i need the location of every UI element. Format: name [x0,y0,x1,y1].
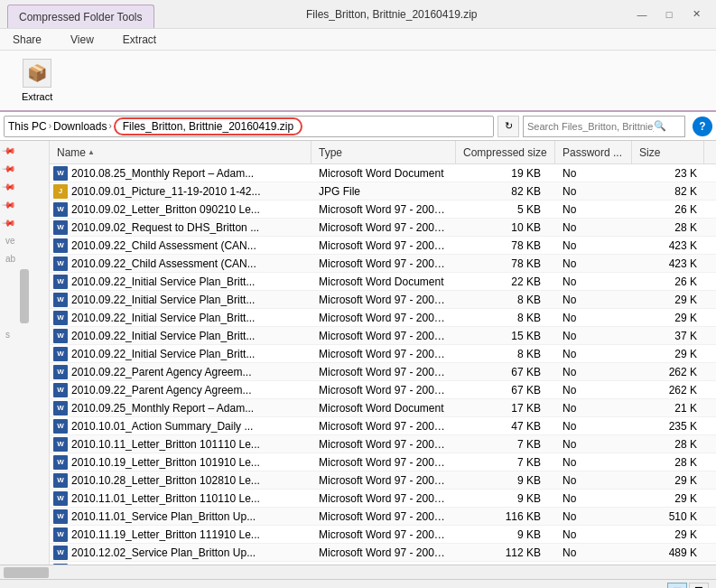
file-name-cell: W 2010.08.25_Monthly Report – Adam... [50,166,312,181]
list-view-button[interactable]: ☰ [689,583,709,589]
file-icon: W [53,419,68,434]
file-name-text: 2010.09.22_Parent Agency Agreem... [71,384,251,397]
col-size-header[interactable]: Size [632,141,704,163]
table-row[interactable]: W 2010.09.22_Initial Service Plan_Britt.… [50,327,716,345]
file-type-cell: Microsoft Word 97 - 2003 ... [312,474,456,487]
file-size-cell: 29 K [632,474,704,487]
col-name-header[interactable]: Name ▲ [50,141,312,163]
file-type-cell: Microsoft Word Document [312,275,456,288]
file-password-cell: No [555,366,632,378]
table-row[interactable]: W 2010.09.22_Initial Service Plan_Britt.… [50,291,716,309]
table-row[interactable]: W 2010.09.22_Child Assessment (CAN... Mi… [50,237,716,255]
file-type-cell: Microsoft Word Document [312,402,456,415]
sidebar-item-5: 📌 [0,213,49,231]
file-size-cell: 21 K [632,402,704,415]
table-row[interactable]: W 2010.10.11_Letter_Britton 101110 Le...… [50,435,716,453]
breadcrumb-current-path[interactable]: Files_Britton, Brittnie_20160419.zip [114,117,302,135]
file-list[interactable]: Name ▲ Type Compressed size Password ...… [50,141,716,565]
breadcrumb[interactable]: This PC › Downloads › Files_Britton, Bri… [4,116,494,137]
horizontal-scrollbar[interactable] [0,565,716,579]
help-button[interactable]: ? [693,117,712,136]
search-input[interactable] [527,121,654,132]
table-row[interactable]: W 2010.10.19_Letter_Britton 101910 Le...… [50,453,716,471]
file-compressed-size-cell: 82 KB [456,185,555,198]
sidebar-scrollbar-thumb[interactable] [20,269,29,323]
file-icon: W [53,473,68,488]
file-compressed-size-cell: 10 KB [456,221,555,234]
table-row[interactable]: W 2010.08.25_Monthly Report – Adam... Mi… [50,164,716,182]
table-row[interactable]: W 2010.09.25_Monthly Report – Adam... Mi… [50,399,716,417]
file-name-cell: W 2010.09.22_Initial Service Plan_Britt.… [50,329,312,343]
col-password-header[interactable]: Password ... [555,141,632,163]
file-size-cell: 235 K [632,420,704,433]
file-password-cell: No [555,348,632,360]
extract-menu[interactable]: Extract [117,32,162,48]
file-size-cell: 82 K [632,185,704,198]
table-row[interactable]: W 2010.09.22_Initial Service Plan_Britt.… [50,309,716,327]
file-size-cell: 28 K [632,456,704,469]
title-tabs: Compressed Folder Tools [7,0,154,28]
file-name-text: 2010.09.22_Initial Service Plan_Britt... [71,294,255,306]
table-row[interactable]: W 2010.10.01_Action Summary_Daily ... Mi… [50,417,716,435]
file-password-cell: No [555,510,632,523]
table-row[interactable]: W 2010.11.19_Letter_Britton 111910 Le...… [50,526,716,544]
table-row[interactable]: W 2010.11.01_Letter_Britton 110110 Le...… [50,490,716,508]
file-type-cell: Microsoft Word 97 - 2003 ... [312,239,456,252]
table-row[interactable]: W 2010.09.22_Initial Service Plan_Britt.… [50,345,716,363]
breadcrumb-downloads[interactable]: Downloads [53,120,107,133]
table-row[interactable]: W 2010.12.31_Letter_Britton 123111 Le...… [50,562,716,565]
file-name-cell: W 2010.11.01_Letter_Britton 110110 Le... [50,491,312,506]
file-size-cell: 26 K [632,275,704,288]
table-row[interactable]: W 2010.09.22_Parent Agency Agreem... Mic… [50,381,716,399]
file-compressed-size-cell: 7 KB [456,438,555,451]
file-name-text: 2010.10.19_Letter_Britton 101910 Le... [71,456,260,469]
file-name-text: 2010.08.25_Monthly Report – Adam... [71,167,254,180]
file-icon: W [53,202,68,217]
view-menu[interactable]: View [65,32,99,48]
refresh-button[interactable]: ↻ [497,116,519,137]
file-icon: W [53,238,68,253]
table-row[interactable]: W 2010.12.02_Service Plan_Britton Up... … [50,544,716,562]
file-password-cell: No [555,185,632,198]
file-name-text: 2010.10.11_Letter_Britton 101110 Le... [71,438,260,451]
file-size-cell: 37 K [632,330,704,342]
file-name-cell: W 2010.10.11_Letter_Britton 101110 Le... [50,437,312,452]
file-name-cell: W 2010.09.22_Initial Service Plan_Britt.… [50,293,312,307]
file-name-cell: W 2010.12.31_Letter_Britton 123111 Le... [50,564,312,565]
col-type-header[interactable]: Type [312,141,456,163]
file-compressed-size-cell: 19 KB [456,167,555,180]
file-name-text: 2010.09.01_Picture_11-19-2010 1-42... [71,185,261,198]
sidebar-label-ve: ve [0,231,49,249]
table-row[interactable]: W 2010.09.22_Child Assessment (CAN... Mi… [50,255,716,273]
file-name-cell: W 2010.09.22_Initial Service Plan_Britt.… [50,311,312,325]
table-row[interactable]: W 2010.10.28_Letter_Britton 102810 Le...… [50,471,716,490]
file-icon: W [53,509,68,524]
h-scroll-thumb[interactable] [4,567,49,578]
extract-all-button[interactable]: 📦 [23,59,51,88]
file-type-cell: Microsoft Word 97 - 2003 ... [312,348,456,360]
maximize-button[interactable]: □ [656,5,682,23]
file-type-cell: Microsoft Word 97 - 2003 ... [312,203,456,216]
table-row[interactable]: W 2010.09.22_Parent Agency Agreem... Mic… [50,363,716,381]
file-compressed-size-cell: 112 KB [456,546,555,559]
file-icon: W [53,220,68,235]
breadcrumb-thispc[interactable]: This PC [8,120,47,133]
table-row[interactable]: W 2010.09.02_Letter_Britton 090210 Le...… [50,201,716,219]
table-row[interactable]: W 2010.11.01_Service Plan_Britton Up... … [50,508,716,526]
sidebar-item-2: 📌 [0,159,49,177]
share-menu[interactable]: Share [7,32,47,48]
close-button[interactable]: ✕ [683,5,709,23]
breadcrumb-sep2: › [108,121,111,131]
table-row[interactable]: W 2010.09.02_Request to DHS_Britton ... … [50,219,716,237]
file-compressed-size-cell: 22 KB [456,275,555,288]
file-compressed-size-cell: 15 KB [456,330,555,342]
search-box[interactable]: 🔍 [523,116,685,137]
minimize-button[interactable]: — [629,5,655,23]
file-type-cell: Microsoft Word 97 - 2003 ... [312,492,456,505]
table-row[interactable]: J 2010.09.01_Picture_11-19-2010 1-42... … [50,182,716,201]
col-compressed-size-header[interactable]: Compressed size [456,141,555,163]
compressed-folder-tools-tab[interactable]: Compressed Folder Tools [7,5,154,28]
table-row[interactable]: W 2010.09.22_Initial Service Plan_Britt.… [50,273,716,291]
file-name-text: 2010.11.01_Service Plan_Britton Up... [71,510,256,523]
detail-view-button[interactable]: ▦ [667,583,687,589]
